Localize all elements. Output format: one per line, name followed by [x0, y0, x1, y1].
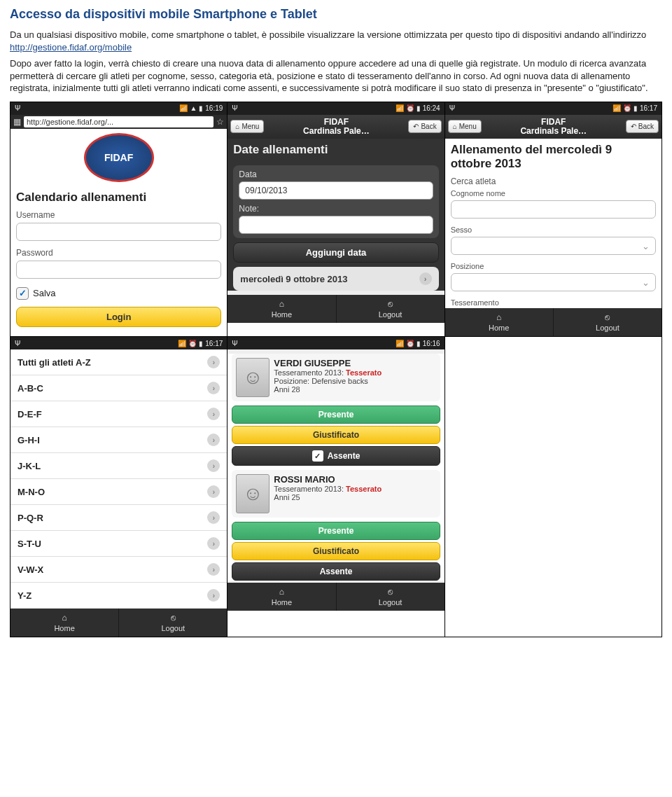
logout-button[interactable]: ⎋Logout — [337, 295, 444, 323]
tess-status: Tesserato — [346, 485, 382, 493]
password-input[interactable] — [16, 261, 221, 279]
clock: 16:19 — [205, 104, 223, 112]
az-row[interactable]: V-W-X› — [10, 557, 227, 583]
mobile-url-link[interactable]: http://gestione.fidaf.org/mobile — [10, 42, 132, 53]
athlete-photo: ☺ — [236, 474, 270, 513]
menu-button[interactable]: ⌂Menu — [448, 120, 482, 133]
screen-login: Ψ 📶 ▲ ▮ 16:19 ▦ http://gestione.fidaf.or… — [10, 102, 227, 327]
presente-button[interactable]: Presente — [232, 406, 440, 424]
signal-icon: 📶 — [612, 104, 621, 112]
posizione-select[interactable]: ⌄ — [451, 273, 656, 291]
chevron-right-icon: › — [207, 589, 220, 602]
app-header: ⌂Menu FIDAFCardinals Pale… ↶Back — [227, 115, 444, 139]
giustificato-button[interactable]: Giustificato — [232, 426, 440, 444]
training-date-item[interactable]: mercoledì 9 ottobre 2013 › — [233, 267, 438, 291]
athlete-photo: ☺ — [236, 358, 270, 397]
chevron-right-icon: › — [207, 485, 220, 498]
header-title: FIDAFCardinals Pale… — [264, 118, 408, 136]
chevron-right-icon: › — [207, 408, 220, 420]
logout-icon: ⎋ — [388, 299, 393, 309]
logout-button[interactable]: ⎋Logout — [337, 583, 444, 611]
date-input[interactable]: 09/10/2013 — [239, 181, 433, 200]
clock: 16:17 — [205, 340, 223, 347]
chevron-right-icon: › — [207, 563, 220, 576]
screen-presence: Ψ 📶 ⏰ ▮ 16:16 ☺ VERDI GIUSEPPE — [227, 337, 444, 611]
browser-url-bar: ▦ http://gestione.fidaf.org/... ☆ — [10, 115, 227, 129]
home-icon: ⌂ — [279, 299, 284, 309]
note-input[interactable] — [239, 216, 433, 234]
az-row[interactable]: J-K-L› — [10, 453, 227, 479]
az-row[interactable]: A-B-C› — [10, 375, 227, 401]
status-bar: Ψ 📶 ⏰ ▮ 16:16 — [227, 337, 444, 349]
az-row[interactable]: M-N-O› — [10, 479, 227, 505]
status-bar: Ψ 📶 ⏰ ▮ 16:17 — [10, 337, 227, 349]
giustificato-button[interactable]: Giustificato — [232, 542, 440, 560]
home-icon: ⌂ — [62, 613, 66, 623]
logout-button[interactable]: ⎋Logout — [554, 308, 662, 336]
back-button[interactable]: ↶Back — [408, 120, 441, 133]
assente-button[interactable]: ✓Assente — [232, 446, 440, 466]
chevron-right-icon: › — [207, 356, 220, 368]
fidaf-logo: FIDAF — [84, 133, 154, 182]
home-icon: ⌂ — [496, 312, 501, 322]
presente-button[interactable]: Presente — [232, 522, 440, 540]
az-row[interactable]: G-H-I› — [10, 427, 227, 453]
clock: 16:24 — [423, 104, 440, 112]
usb-icon: Ψ — [232, 340, 237, 347]
page-title: Accesso da dispositivi mobile Smartphone… — [10, 7, 662, 22]
chevron-right-icon: › — [207, 434, 220, 446]
screen-azlist: Ψ 📶 ⏰ ▮ 16:17 Tutti gli atleti A-Z › — [10, 337, 227, 637]
sesso-select[interactable]: ⌄ — [451, 237, 656, 255]
intro-paragraph-2: Dopo aver fatto la login, verrà chiesto … — [10, 57, 662, 95]
athlete-position: Posizione: Defensive backs — [274, 377, 435, 385]
battery-icon: ▮ — [634, 104, 638, 112]
app-header: ⌂Menu FIDAFCardinals Pale… ↶Back — [445, 115, 662, 139]
back-icon: ↶ — [631, 123, 636, 130]
back-button[interactable]: ↶Back — [626, 120, 659, 133]
alarm-icon: ⏰ — [623, 104, 631, 112]
search-label: Cerca atleta — [445, 175, 662, 188]
bookmark-icon[interactable]: ☆ — [216, 117, 224, 127]
url-text[interactable]: http://gestione.fidaf.org/... — [24, 116, 214, 127]
login-button[interactable]: Login — [16, 307, 221, 327]
battery-icon: ▮ — [416, 340, 421, 347]
screen-title: Allenamento del mercoledì 9 ottobre 2013 — [445, 139, 662, 175]
az-row[interactable]: P-Q-R› — [10, 505, 227, 531]
add-date-button[interactable]: Aggiungi data — [233, 242, 438, 263]
usb-icon: Ψ — [449, 104, 455, 112]
password-label: Password — [10, 247, 227, 259]
home-icon: ⌂ — [279, 587, 284, 597]
az-row[interactable]: S-T-U› — [10, 531, 227, 557]
posizione-label: Posizione — [445, 261, 662, 272]
chevron-right-icon: › — [419, 272, 432, 285]
status-bar: Ψ 📶 ⏰ ▮ 16:24 — [227, 102, 444, 115]
check-icon: ✓ — [312, 450, 323, 462]
logout-icon: ⎋ — [388, 587, 393, 597]
clock: 16:16 — [423, 340, 440, 347]
cognome-input[interactable] — [451, 200, 656, 219]
status-bar: Ψ 📶 ▲ ▮ 16:19 — [10, 102, 227, 115]
assente-button[interactable]: Assente — [232, 562, 440, 581]
signal-icon: 📶 — [396, 104, 404, 112]
athlete-name: ROSSI MARIO — [274, 474, 435, 485]
intro-paragraph-1: Da un qualsiasi dispositivo mobile, come… — [10, 29, 662, 53]
athlete-name: VERDI GIUSEPPE — [274, 358, 435, 368]
home-button[interactable]: ⌂Home — [445, 308, 554, 336]
home-button[interactable]: ⌂Home — [227, 583, 336, 611]
home-button[interactable]: ⌂Home — [10, 609, 119, 637]
page-icon: ▦ — [13, 117, 21, 127]
save-checkbox[interactable]: ✓ — [16, 287, 29, 300]
menu-button[interactable]: ⌂Menu — [230, 120, 264, 133]
username-input[interactable] — [16, 223, 221, 241]
az-row[interactable]: Y-Z› — [10, 583, 227, 609]
chevron-down-icon: ⌄ — [642, 277, 650, 288]
az-row[interactable]: D-E-F› — [10, 401, 227, 427]
logout-button[interactable]: ⎋Logout — [119, 609, 227, 637]
battery-icon: ▮ — [416, 104, 421, 112]
date-panel: Data 09/10/2013 Note: — [233, 165, 438, 238]
home-button[interactable]: ⌂Home — [227, 295, 336, 323]
date-text: mercoledì 9 ottobre 2013 — [240, 274, 347, 284]
az-header[interactable]: Tutti gli atleti A-Z › — [10, 349, 227, 375]
date-label: Data — [239, 169, 433, 179]
screen-title: Date allenamenti — [227, 139, 444, 161]
